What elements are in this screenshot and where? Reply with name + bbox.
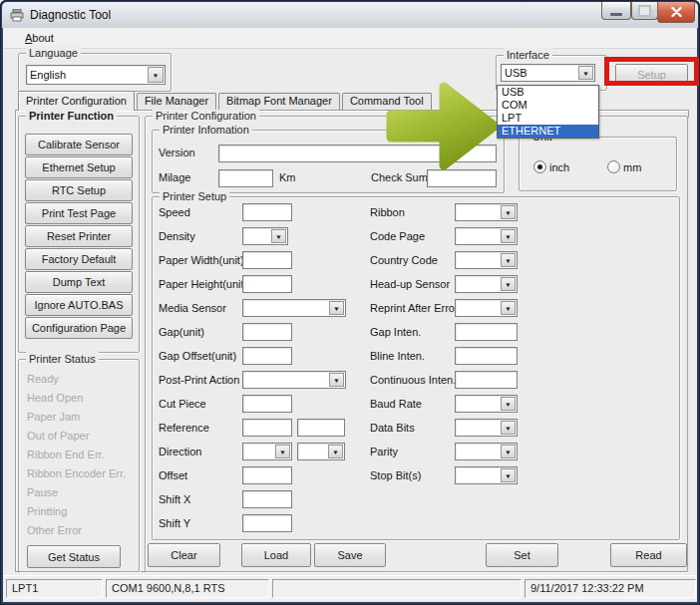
menu-about[interactable]: About (19, 32, 60, 44)
factory-default-button[interactable]: Factory Default (25, 248, 133, 270)
radio-selected-icon (533, 160, 546, 173)
reference-input-2[interactable] (297, 419, 345, 437)
unit-mm-radio[interactable]: mm (607, 160, 641, 173)
ignore-autobas-button[interactable]: Ignore AUTO.BAS (25, 294, 133, 316)
interface-option-usb[interactable]: USB (498, 86, 598, 99)
dump-text-button[interactable]: Dump Text (25, 271, 133, 293)
interface-group-label: Interface (504, 48, 552, 62)
chevron-down-icon[interactable] (501, 421, 516, 435)
read-button[interactable]: Read (610, 543, 687, 567)
interface-select[interactable]: USB (501, 64, 595, 82)
interface-option-com[interactable]: COM (498, 99, 598, 112)
tab-bitmap-font-manager[interactable]: Bitmap Font Manager (218, 93, 340, 110)
ribbon-select[interactable] (455, 203, 518, 221)
printer-function-label: Printer Function (26, 109, 117, 123)
direction-select[interactable] (242, 443, 292, 460)
chevron-down-icon[interactable] (501, 229, 516, 243)
status-pause: Pause (19, 483, 139, 502)
interface-option-lpt[interactable]: LPT (498, 112, 598, 125)
chevron-down-icon[interactable] (501, 301, 516, 315)
chevron-down-icon[interactable] (578, 66, 593, 80)
reprint-after-error-select[interactable] (455, 299, 518, 317)
unit-inch-radio[interactable]: inch (533, 160, 569, 173)
statusbar-com-settings: COM1 9600,N,8,1 RTS (106, 579, 269, 598)
printer-icon (10, 9, 24, 22)
country-code-select[interactable] (455, 251, 518, 269)
tabstrip: Printer Configuration File Manager Bitma… (18, 92, 434, 111)
gap-input[interactable] (242, 323, 292, 341)
status-ready: Ready (19, 370, 139, 389)
chevron-down-icon[interactable] (501, 445, 516, 458)
bline-inten-input[interactable] (455, 347, 518, 365)
shift-y-input[interactable] (242, 514, 292, 532)
window-title: Diagnostic Tool (30, 8, 111, 22)
maximize-button[interactable] (631, 2, 658, 20)
interface-option-ethernet[interactable]: ETHERNET (498, 125, 598, 138)
cut-piece-input[interactable] (242, 395, 292, 413)
reference-input[interactable] (242, 419, 292, 437)
chevron-down-icon[interactable] (329, 373, 344, 387)
data-bits-select[interactable] (455, 419, 518, 437)
chevron-down-icon[interactable] (271, 229, 286, 243)
load-button[interactable]: Load (241, 543, 311, 567)
calibrate-sensor-button[interactable]: Calibrate Sensor (25, 134, 133, 155)
paper-width-input[interactable] (242, 251, 292, 269)
chevron-down-icon[interactable] (275, 445, 290, 458)
save-button[interactable]: Save (314, 543, 386, 567)
print-test-page-button[interactable]: Print Test Page (25, 202, 133, 224)
minimize-button[interactable] (601, 2, 631, 20)
chevron-down-icon[interactable] (328, 445, 343, 458)
chevron-down-icon[interactable] (501, 397, 516, 411)
unit-group: Unit inch mm (519, 137, 677, 191)
chevron-down-icon[interactable] (501, 205, 516, 219)
stop-bits-select[interactable] (455, 466, 518, 484)
titlebar[interactable]: Diagnostic Tool (2, 2, 698, 28)
density-select[interactable] (242, 227, 288, 245)
speed-input[interactable] (242, 203, 292, 221)
gap-inten-input[interactable] (455, 323, 518, 341)
set-button[interactable]: Set (486, 543, 558, 567)
printer-status-label: Printer Status (26, 352, 99, 366)
status-paper-jam: Paper Jam (19, 408, 139, 427)
clear-button[interactable]: Clear (148, 543, 220, 567)
parity-select[interactable] (455, 443, 518, 460)
continuous-inten-input[interactable] (455, 371, 518, 389)
tab-printer-configuration[interactable]: Printer Configuration (18, 91, 135, 111)
reset-printer-button[interactable]: Reset Printer (25, 225, 133, 247)
language-group: Language English (18, 53, 172, 92)
shift-x-input[interactable] (242, 490, 292, 508)
chevron-down-icon[interactable] (501, 277, 516, 291)
printer-information-label: Printer Infomation (160, 123, 252, 137)
setup-highlight-annotation (604, 57, 699, 86)
tab-file-manager[interactable]: File Manager (137, 93, 216, 110)
baud-rate-select[interactable] (455, 395, 518, 413)
head-up-sensor-select[interactable] (455, 275, 518, 293)
chevron-down-icon[interactable] (329, 301, 344, 315)
km-label: Km (279, 171, 296, 183)
printer-function-group: Printer Function Calibrate Sensor Ethern… (18, 116, 140, 353)
ethernet-setup-button[interactable]: Ethernet Setup (25, 156, 133, 178)
paper-height-input[interactable] (242, 275, 292, 293)
language-select[interactable]: English (26, 65, 166, 85)
language-group-label: Language (26, 46, 81, 60)
rtc-setup-button[interactable]: RTC Setup (25, 179, 133, 201)
status-head-open: Head Open (19, 389, 139, 408)
configuration-page-button[interactable]: Configuration Page (25, 317, 133, 339)
chevron-down-icon[interactable] (501, 468, 516, 482)
code-page-select[interactable] (455, 227, 518, 245)
post-print-action-select[interactable] (242, 371, 346, 389)
interface-dropdown-list: USB COM LPT ETHERNET (497, 85, 599, 139)
chevron-down-icon[interactable] (501, 253, 516, 267)
close-button[interactable] (657, 2, 695, 23)
printer-setup-group: Printer Setup Speed Density Paper Width(… (152, 196, 680, 540)
direction-select-2[interactable] (297, 443, 345, 460)
milage-input[interactable] (218, 169, 273, 187)
printer-status-group: Printer Status Ready Head Open Paper Jam… (18, 359, 140, 572)
maximize-icon (638, 5, 651, 17)
chevron-down-icon[interactable] (148, 67, 164, 83)
get-status-button[interactable]: Get Status (27, 545, 121, 568)
offset-input[interactable] (242, 466, 292, 484)
media-sensor-select[interactable] (242, 299, 346, 317)
gap-offset-input[interactable] (242, 347, 292, 365)
milage-label: Milage (159, 171, 190, 183)
